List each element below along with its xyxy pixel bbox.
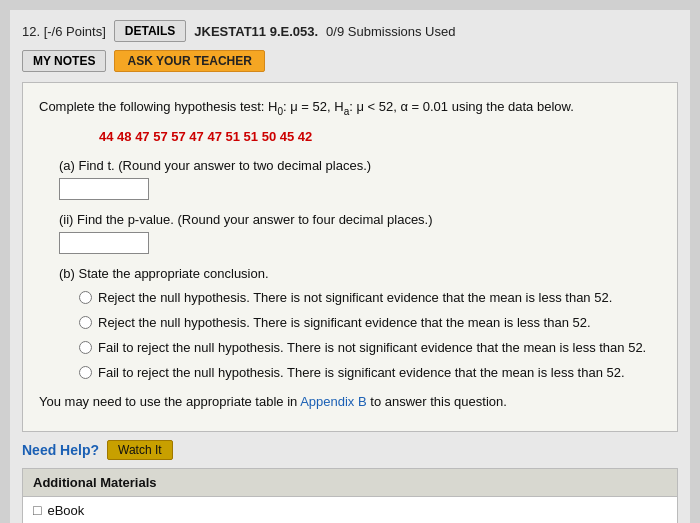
submissions-count: 0/9 Submissions Used (326, 24, 455, 39)
ebook-row[interactable]: □ eBook (22, 496, 678, 523)
part-b-label: (b) State the appropriate conclusion. (59, 266, 661, 281)
ask-teacher-button[interactable]: ASK YOUR TEACHER (114, 50, 264, 72)
appendix-link[interactable]: Appendix B (300, 394, 367, 409)
footer-note: You may need to use the appropriate tabl… (39, 394, 661, 409)
radio-option-1[interactable]: Reject the null hypothesis. There is not… (79, 289, 661, 307)
part-ii: (ii) Find the p-value. (Round your answe… (59, 212, 661, 254)
additional-materials-header: Additional Materials (22, 468, 678, 496)
radio-option-3[interactable]: Fail to reject the null hypothesis. Ther… (79, 339, 661, 357)
problem-content: Complete the following hypothesis test: … (22, 82, 678, 432)
part-a: (a) Find t. (Round your answer to two de… (59, 158, 661, 200)
ebook-icon: □ (33, 502, 41, 518)
watch-it-button[interactable]: Watch It (107, 440, 173, 460)
need-help-bar: Need Help? Watch It (22, 440, 678, 460)
radio-options: Reject the null hypothesis. There is not… (79, 289, 661, 383)
radio-option-4[interactable]: Fail to reject the null hypothesis. Ther… (79, 364, 661, 382)
radio-option-2[interactable]: Reject the null hypothesis. There is sig… (79, 314, 661, 332)
need-help-label: Need Help? (22, 442, 99, 458)
part-b: (b) State the appropriate conclusion. Re… (59, 266, 661, 383)
part-a-input[interactable] (59, 178, 149, 200)
details-button[interactable]: DETAILS (114, 20, 186, 42)
ebook-label: eBook (47, 503, 84, 518)
part-ii-label: (ii) Find the p-value. (Round your answe… (59, 212, 661, 227)
my-notes-button[interactable]: MY NOTES (22, 50, 106, 72)
question-id: JKESTAT11 9.E.053. (194, 24, 318, 39)
question-number: 12. [-/6 Points] (22, 24, 106, 39)
part-a-label: (a) Find t. (Round your answer to two de… (59, 158, 661, 173)
problem-statement: Complete the following hypothesis test: … (39, 97, 661, 119)
part-ii-input[interactable] (59, 232, 149, 254)
data-values: 44 48 47 57 57 47 47 51 51 50 45 42 (99, 129, 661, 144)
